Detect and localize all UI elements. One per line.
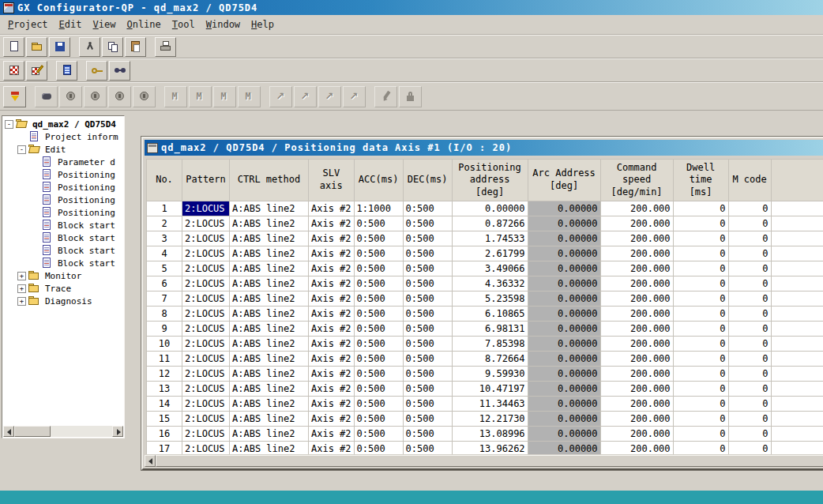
cell-r16-dec-ms[interactable]: 0:500 [403, 427, 452, 442]
tree-item-qd-max2-qd75d4-0[interactable]: -qd_max2 / QD75D4 [3, 118, 123, 130]
column-header-blank[interactable] [771, 160, 823, 201]
cell-r15-arc-address[interactable]: 0.00000 [528, 412, 600, 427]
cell-r1-m-code[interactable]: 0 [728, 201, 771, 216]
cell-r4-ctrl-method[interactable]: A:ABS line2 [230, 246, 309, 261]
cell-r4-positioning[interactable]: 2.61799 [452, 246, 528, 261]
cell-r11-command[interactable]: 200.000 [600, 352, 673, 367]
tree-item-positioning-4[interactable]: Positioning [3, 168, 123, 181]
cell-r2-command[interactable]: 200.000 [600, 216, 673, 231]
cell-r6-ctrl-method[interactable]: A:ABS line2 [230, 276, 309, 291]
column-header-pattern[interactable]: Pattern [182, 160, 230, 201]
column-header-ctrl-method[interactable]: CTRL method [230, 160, 309, 201]
checker-edit-button[interactable] [26, 61, 47, 81]
cell-r6-no[interactable]: 6 [147, 276, 182, 291]
cell-r1-pattern[interactable]: 2:LOCUS [182, 201, 230, 216]
cell-r3-acc-ms[interactable]: 0:500 [354, 231, 403, 246]
cell-r4-dwell-time[interactable]: 0 [673, 246, 728, 261]
column-header-command[interactable]: Command speed [deg/min] [600, 160, 673, 201]
cell-r2-positioning[interactable]: 0.87266 [452, 216, 528, 231]
cell-r10-blank[interactable] [771, 337, 823, 352]
cell-r1-acc-ms[interactable]: 1:1000 [354, 201, 403, 216]
tree-item-positioning-6[interactable]: Positioning [3, 194, 123, 206]
cell-r10-pattern[interactable]: 2:LOCUS [182, 337, 230, 352]
cell-r2-dec-ms[interactable]: 0:500 [403, 216, 452, 231]
cell-r4-acc-ms[interactable]: 0:500 [354, 246, 403, 261]
cell-r6-dwell-time[interactable]: 0 [673, 276, 728, 291]
cell-r14-blank[interactable] [771, 397, 823, 412]
cell-r6-acc-ms[interactable]: 0:500 [354, 276, 403, 291]
cell-r13-ctrl-method[interactable]: A:ABS line2 [230, 382, 309, 397]
cell-r1-arc-address[interactable]: 0.00000 [528, 201, 600, 216]
cell-r9-dwell-time[interactable]: 0 [673, 322, 728, 337]
cell-r17-positioning[interactable]: 13.96262 [452, 442, 528, 455]
menu-item-window[interactable]: Window [201, 17, 246, 32]
tree-scroll-right-arrow-icon[interactable] [112, 426, 123, 437]
cell-r3-no[interactable]: 3 [147, 231, 182, 246]
cell-r5-dec-ms[interactable]: 0:500 [403, 261, 452, 276]
cell-r1-dec-ms[interactable]: 0:500 [403, 201, 452, 216]
cell-r16-slv[interactable]: Axis #2 [309, 427, 355, 442]
cell-r15-ctrl-method[interactable]: A:ABS line2 [230, 412, 309, 427]
cell-r11-slv[interactable]: Axis #2 [309, 352, 355, 367]
print-button[interactable] [155, 37, 176, 57]
cell-r16-positioning[interactable]: 13.08996 [452, 427, 528, 442]
cell-r2-ctrl-method[interactable]: A:ABS line2 [230, 216, 309, 231]
cell-r14-pattern[interactable]: 2:LOCUS [182, 397, 230, 412]
cell-r3-arc-address[interactable]: 0.00000 [528, 231, 600, 246]
cell-r1-blank[interactable] [771, 201, 823, 216]
cell-r3-command[interactable]: 200.000 [600, 231, 673, 246]
cell-r15-blank[interactable] [771, 412, 823, 427]
cut-button[interactable] [79, 37, 100, 57]
cell-r6-command[interactable]: 200.000 [600, 276, 673, 291]
menu-item-tool[interactable]: Tool [167, 17, 201, 32]
cell-r15-pattern[interactable]: 2:LOCUS [182, 412, 230, 427]
cell-r8-positioning[interactable]: 6.10865 [452, 307, 528, 322]
cell-r4-slv[interactable]: Axis #2 [309, 246, 355, 261]
cell-r9-pattern[interactable]: 2:LOCUS [182, 322, 230, 337]
cell-r2-dwell-time[interactable]: 0 [673, 216, 728, 231]
cell-r14-command[interactable]: 200.000 [600, 397, 673, 412]
cell-r7-positioning[interactable]: 5.23598 [452, 291, 528, 307]
cell-r13-slv[interactable]: Axis #2 [309, 382, 355, 397]
cell-r11-arc-address[interactable]: 0.00000 [528, 352, 600, 367]
cell-r1-command[interactable]: 200.000 [600, 201, 673, 216]
cell-r11-m-code[interactable]: 0 [728, 352, 771, 367]
cell-r5-acc-ms[interactable]: 0:500 [354, 261, 403, 276]
cell-r2-m-code[interactable]: 0 [728, 216, 771, 231]
collapse-icon[interactable]: - [5, 120, 13, 129]
key-button[interactable] [86, 61, 107, 81]
cell-r3-slv[interactable]: Axis #2 [309, 231, 355, 246]
cell-r14-m-code[interactable]: 0 [728, 397, 771, 412]
table-scroll-left-arrow-icon[interactable] [145, 455, 156, 467]
cell-r6-positioning[interactable]: 4.36332 [452, 276, 528, 291]
cell-r12-acc-ms[interactable]: 0:500 [354, 367, 403, 382]
cell-r9-positioning[interactable]: 6.98131 [452, 322, 528, 337]
cell-r9-m-code[interactable]: 0 [728, 322, 771, 337]
cell-r9-acc-ms[interactable]: 0:500 [354, 322, 403, 337]
red-checker-button[interactable] [3, 61, 24, 81]
cell-r10-acc-ms[interactable]: 0:500 [354, 337, 403, 352]
cell-r15-positioning[interactable]: 12.21730 [452, 412, 528, 427]
cell-r5-command[interactable]: 200.000 [600, 261, 673, 276]
tree-item-monitor-12[interactable]: +Monitor [3, 269, 123, 282]
cell-r3-blank[interactable] [771, 231, 823, 246]
cell-r14-ctrl-method[interactable]: A:ABS line2 [230, 397, 309, 412]
cell-r8-arc-address[interactable]: 0.00000 [528, 307, 600, 322]
tree-item-block-start-9[interactable]: Block start [3, 231, 123, 244]
cell-r2-pattern[interactable]: 2:LOCUS [182, 216, 230, 231]
tree-item-project-inform-1[interactable]: Project inform [3, 130, 123, 143]
menu-item-help[interactable]: Help [246, 17, 280, 32]
tree-item-parameter-d-3[interactable]: Parameter d [3, 156, 123, 168]
cell-r8-slv[interactable]: Axis #2 [309, 307, 355, 322]
cell-r6-m-code[interactable]: 0 [728, 276, 771, 291]
tree-hscroll-thumb[interactable] [14, 426, 51, 437]
cell-r4-pattern[interactable]: 2:LOCUS [182, 246, 230, 261]
cell-r14-acc-ms[interactable]: 0:500 [354, 397, 403, 412]
tree-item-diagnosis-14[interactable]: +Diagnosis [3, 295, 123, 307]
cell-r15-slv[interactable]: Axis #2 [309, 412, 355, 427]
tree-hscroll-track[interactable] [51, 426, 112, 437]
tree-item-positioning-7[interactable]: Positioning [3, 206, 123, 219]
cell-r11-positioning[interactable]: 8.72664 [452, 352, 528, 367]
cell-r17-slv[interactable]: Axis #2 [309, 442, 355, 455]
module-write-button[interactable] [56, 61, 77, 81]
